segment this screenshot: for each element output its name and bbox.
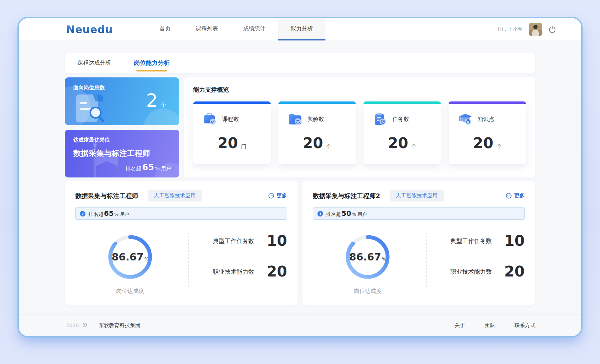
donut-label: 岗位达成度 — [104, 288, 156, 295]
total-jobs-card: 面向岗位总数 2 个 — [65, 77, 179, 125]
app-window: Neuedu 首页 课程列表 成绩统计 能力分析 Hi，王小明 — [17, 17, 583, 338]
job-category-tag: 人工智能技术应用 — [390, 190, 444, 202]
stat-value: 20 个 — [449, 136, 526, 151]
job-cards-row: 数据采集与标注工程师 人工智能技术应用 更多 i — [65, 181, 535, 305]
stat-value: 20 个 — [278, 136, 356, 151]
task-icon — [373, 112, 388, 126]
job-stat-row: 典型工作任务数 10 — [450, 233, 525, 249]
footer: 2020 © 东软教育科技集团 关于 团队 联系方式 — [19, 314, 581, 336]
job-title: 数据采集与标注工程师2 — [313, 192, 380, 200]
achievement-donut: 86.67 % 岗位达成度 — [104, 231, 156, 295]
best-job-name: 数据采集与标注工程师 — [73, 148, 171, 159]
analysis-tabs-card: 课程达成分析 岗位能力分析 — [65, 53, 535, 73]
user-greeting: Hi，王小明 — [498, 26, 523, 32]
more-button[interactable]: 更多 — [506, 192, 525, 199]
footer-link-team[interactable]: 团队 — [485, 322, 495, 329]
nav-item-home[interactable]: 首页 — [147, 18, 183, 40]
stat-card-color-bar — [278, 101, 356, 104]
stat-card-color-bar — [449, 101, 526, 104]
stat-card-courses: 课程数 20 门 — [193, 101, 271, 164]
best-job-rank: 排名超 65 % 用户 — [126, 163, 171, 172]
stat-card-knowledge: 知识点 20 个 — [449, 101, 526, 164]
stat-value: 20 门 — [193, 136, 271, 151]
footer-links: 关于 团队 联系方式 — [455, 322, 535, 329]
job-stats: 典型工作任务数 10 职业技术能力数 20 — [450, 231, 525, 295]
stat-card-color-bar — [363, 101, 441, 104]
main-content: 课程达成分析 岗位能力分析 面向岗位总数 2 个 — [65, 53, 535, 305]
job-stat-row: 典型工作任务数 10 — [213, 233, 287, 249]
nav-item-courses[interactable]: 课程列表 — [183, 18, 231, 40]
avatar-person-image — [529, 23, 542, 36]
dotted-divider — [426, 233, 427, 287]
flag-decoration — [89, 142, 121, 177]
job-stat-row: 职业技术能力数 20 — [450, 264, 525, 280]
decorative-circle — [144, 108, 179, 125]
best-job-card: 达成度最优岗位 数据采集与标注工程师 排名超 65 % 用户 — [65, 130, 179, 177]
user-avatar[interactable] — [529, 23, 542, 36]
job-card-2: 数据采集与标注工程师2 人工智能技术应用 更多 i — [302, 181, 535, 305]
top-navbar: Neuedu 首页 课程列表 成绩统计 能力分析 Hi，王小明 — [19, 18, 581, 40]
header-user-area: Hi，王小明 — [498, 23, 556, 36]
more-ellipsis-icon — [506, 193, 512, 199]
total-jobs-value: 2 个 — [146, 91, 166, 109]
job-title: 数据采集与标注工程师 — [75, 192, 138, 200]
rank-info-bar: i 排名超 50 % 用户 — [313, 207, 525, 220]
achievement-donut: 86.67 % 岗位达成度 — [342, 231, 394, 295]
rank-info-bar: i 排名超 65 % 用户 — [75, 207, 287, 220]
nav-item-grades[interactable]: 成绩统计 — [231, 18, 278, 40]
best-job-title: 达成度最优岗位 — [73, 137, 171, 143]
more-ellipsis-icon — [268, 193, 274, 199]
footer-link-about[interactable]: 关于 — [455, 322, 465, 329]
active-tab-underline — [136, 70, 167, 71]
brand-logo[interactable]: Neuedu — [66, 23, 113, 36]
dotted-divider — [188, 233, 189, 287]
job-stats: 典型工作任务数 10 职业技术能力数 20 — [213, 231, 287, 295]
job-stat-row: 职业技术能力数 20 — [213, 264, 287, 280]
summary-column: 面向岗位总数 2 个 — [65, 77, 179, 177]
stat-card-tasks: 任务数 20 个 — [363, 101, 441, 164]
more-button[interactable]: 更多 — [268, 192, 287, 199]
nav-item-ability[interactable]: 能力分析 — [278, 18, 325, 40]
donut-label: 岗位达成度 — [342, 288, 394, 295]
donut-value: 86.67 % — [104, 231, 156, 283]
capability-overview-title: 能力支撑概览 — [193, 86, 526, 94]
footer-link-contact[interactable]: 联系方式 — [515, 322, 535, 329]
capability-overview-card: 能力支撑概览 — [184, 77, 535, 177]
stat-card-color-bar — [193, 101, 271, 104]
course-icon — [202, 112, 218, 126]
footer-copyright: 2020 © 东软教育科技集团 — [66, 322, 141, 329]
stat-card-experiments: 实验数 20 个 — [278, 101, 356, 164]
stat-value: 20 个 — [363, 136, 441, 151]
tab-course-achievement[interactable]: 课程达成分析 — [77, 53, 111, 73]
main-nav: 首页 课程列表 成绩统计 能力分析 — [147, 18, 325, 40]
overview-stat-grid: 课程数 20 门 — [193, 101, 526, 164]
donut-value: 86.67 % — [342, 231, 394, 283]
info-icon: i — [80, 211, 85, 217]
job-card-1: 数据采集与标注工程师 人工智能技术应用 更多 i — [65, 181, 298, 305]
experiment-icon — [287, 112, 303, 126]
info-icon: i — [317, 211, 323, 217]
document-search-icon — [73, 92, 114, 124]
tab-job-ability[interactable]: 岗位能力分析 — [134, 53, 170, 73]
power-icon — [548, 25, 556, 33]
logout-power-button[interactable] — [548, 25, 556, 33]
job-category-tag: 人工智能技术应用 — [148, 190, 202, 202]
knowledge-icon — [458, 112, 473, 126]
